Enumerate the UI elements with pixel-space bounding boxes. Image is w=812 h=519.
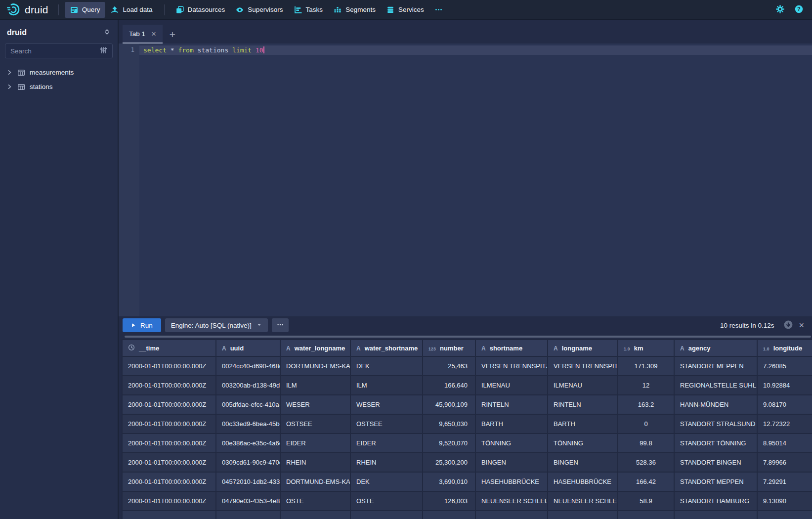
cell-number[interactable]: 126,003 <box>423 491 475 511</box>
cell-__time[interactable]: 2000-01-01T00:00:00.000Z <box>122 356 216 376</box>
cell-water_longname[interactable]: DORTMUND-EMS-KANA <box>280 472 350 491</box>
nav-item-datasources[interactable]: Datasources <box>171 2 231 18</box>
cell-longitude[interactable]: 7.29291 <box>757 472 812 491</box>
scrollbar-thumb[interactable] <box>125 336 811 338</box>
cell-water_longname[interactable]: ILM <box>280 376 350 395</box>
cell-uuid[interactable]: 00c33ed9-6bea-45b4-87 <box>216 414 280 433</box>
cell-number[interactable]: 25,463 <box>423 356 475 376</box>
cell-longname[interactable]: RINTELN <box>548 395 618 414</box>
engine-select-button[interactable]: Engine: Auto [SQL (native)] <box>165 318 268 332</box>
cell-longitude[interactable]: 7.26085 <box>757 356 812 376</box>
code-area[interactable]: select * from stations limit 10 <box>139 43 812 316</box>
nav-item-services[interactable]: Services <box>381 2 429 18</box>
cell-shortname[interactable]: ILMENAU <box>475 376 548 395</box>
cell-shortname[interactable] <box>475 511 548 519</box>
cell-agency[interactable]: STANDORT MEPPEN <box>674 472 757 491</box>
cell-__time[interactable]: 2000-01-01T00:00:00.000Z <box>122 453 216 472</box>
cell-agency[interactable]: STANDORT HAMBURG <box>674 491 757 511</box>
cell-water_longname[interactable]: WESER <box>280 395 350 414</box>
cell-shortname[interactable]: BARTH <box>475 414 548 433</box>
cell-__time[interactable] <box>122 511 216 519</box>
cell-longitude[interactable]: 10.92884 <box>757 376 812 395</box>
cell-water_shortname[interactable]: ILM <box>350 376 423 395</box>
cell-longitude[interactable]: 9.13090 <box>757 491 812 511</box>
column-header-number[interactable]: 123number <box>423 340 475 356</box>
cell-number[interactable]: 9,520,070 <box>423 433 475 453</box>
cell-km[interactable]: 528.36 <box>618 453 674 472</box>
cell-water_shortname[interactable]: OSTSEE <box>350 414 423 433</box>
cell-agency[interactable] <box>674 511 757 519</box>
nav-item-query[interactable]: Query <box>65 2 106 18</box>
cell-longname[interactable]: ILMENAU <box>548 376 618 395</box>
column-header-longname[interactable]: Alongname <box>548 340 618 356</box>
cell-water_shortname[interactable]: EIDER <box>350 433 423 453</box>
column-header-agency[interactable]: Aagency <box>674 340 757 356</box>
column-header-water_shortname[interactable]: Awater_shortname <box>350 340 423 356</box>
sidebar-item-stations[interactable]: stations <box>0 80 118 94</box>
cell-uuid[interactable]: 04790e03-4353-4e80-be <box>216 491 280 511</box>
cell-shortname[interactable]: VERSEN TRENNSPITZE <box>475 356 548 376</box>
cell-km[interactable]: 166.42 <box>618 472 674 491</box>
cell-agency[interactable]: STANDORT STRALSUND <box>674 414 757 433</box>
cell-longitude[interactable] <box>757 511 812 519</box>
cell-water_shortname[interactable]: DEK <box>350 472 423 491</box>
cell-longname[interactable]: BARTH <box>548 414 618 433</box>
cell-longname[interactable] <box>548 511 618 519</box>
cell-number[interactable]: 45,900,109 <box>423 395 475 414</box>
cell-water_shortname[interactable]: WESER <box>350 395 423 414</box>
cell-water_longname[interactable] <box>280 511 350 519</box>
cell-shortname[interactable]: RINTELN <box>475 395 548 414</box>
column-header-shortname[interactable]: Ashortname <box>475 340 548 356</box>
cell-water_longname[interactable]: OSTE <box>280 491 350 511</box>
cell-__time[interactable]: 2000-01-01T00:00:00.000Z <box>122 491 216 511</box>
download-results-button[interactable] <box>783 319 794 332</box>
cell-shortname[interactable]: NEUENSEER SCHLEUSEN <box>475 491 548 511</box>
cell-uuid[interactable]: 0024cc40-d690-468d-84 <box>216 356 280 376</box>
cell-__time[interactable]: 2000-01-01T00:00:00.000Z <box>122 395 216 414</box>
cell-km[interactable] <box>618 511 674 519</box>
query-more-button[interactable] <box>272 318 289 332</box>
cell-shortname[interactable]: HASEHUBBRÜCKE <box>475 472 548 491</box>
cell-agency[interactable]: HANN-MÜNDEN <box>674 395 757 414</box>
cell-km[interactable]: 163.2 <box>618 395 674 414</box>
close-results-button[interactable]: × <box>798 320 805 331</box>
cell-uuid[interactable] <box>216 511 280 519</box>
nav-item-segments[interactable]: Segments <box>328 2 381 18</box>
cell-km[interactable]: 12 <box>618 376 674 395</box>
run-button[interactable]: Run <box>123 318 161 332</box>
cell-__time[interactable]: 2000-01-01T00:00:00.000Z <box>122 472 216 491</box>
cell-water_longname[interactable]: RHEIN <box>280 453 350 472</box>
cell-water_shortname[interactable]: DEK <box>350 356 423 376</box>
cell-longname[interactable]: HASEHUBBRÜCKE <box>548 472 618 491</box>
tab-tab1[interactable]: Tab 1 × <box>123 25 163 43</box>
search-input[interactable] <box>10 47 99 55</box>
sidebar-item-measurements[interactable]: measurements <box>0 65 118 80</box>
cell-longname[interactable]: TÖNNING <box>548 433 618 453</box>
cell-shortname[interactable]: BINGEN <box>475 453 548 472</box>
cell-water_shortname[interactable] <box>350 511 423 519</box>
cell-water_longname[interactable]: EIDER <box>280 433 350 453</box>
column-header-__time[interactable]: __time <box>122 340 216 356</box>
nav-more-button[interactable] <box>429 2 448 17</box>
cell-number[interactable]: 3,690,010 <box>423 472 475 491</box>
cell-longitude[interactable]: 12.72322 <box>757 414 812 433</box>
cell-number[interactable]: 166,640 <box>423 376 475 395</box>
close-tab-icon[interactable]: × <box>151 30 156 38</box>
add-tab-button[interactable]: + <box>163 25 182 43</box>
cell-__time[interactable]: 2000-01-01T00:00:00.000Z <box>122 433 216 453</box>
cell-shortname[interactable]: TÖNNING <box>475 433 548 453</box>
nav-item-tasks[interactable]: Tasks <box>289 2 329 18</box>
cell-uuid[interactable]: 0309cd61-90c9-470e-99 <box>216 453 280 472</box>
column-header-km[interactable]: 1.0km <box>618 340 674 356</box>
cell-km[interactable]: 99.8 <box>618 433 674 453</box>
cell-water_shortname[interactable]: RHEIN <box>350 453 423 472</box>
cell-longitude[interactable]: 8.95014 <box>757 433 812 453</box>
cell-agency[interactable]: STANDORT TÖNNING <box>674 433 757 453</box>
cell-water_longname[interactable]: OSTSEE <box>280 414 350 433</box>
column-header-water_longname[interactable]: Awater_longname <box>280 340 350 356</box>
cell-agency[interactable]: STANDORT BINGEN <box>674 453 757 472</box>
cell-km[interactable]: 58.9 <box>618 491 674 511</box>
cell-agency[interactable]: REGIONALSTELLE SUHL <box>674 376 757 395</box>
cell-__time[interactable]: 2000-01-01T00:00:00.000Z <box>122 414 216 433</box>
cell-longname[interactable]: NEUENSEER SCHLEUSEN <box>548 491 618 511</box>
